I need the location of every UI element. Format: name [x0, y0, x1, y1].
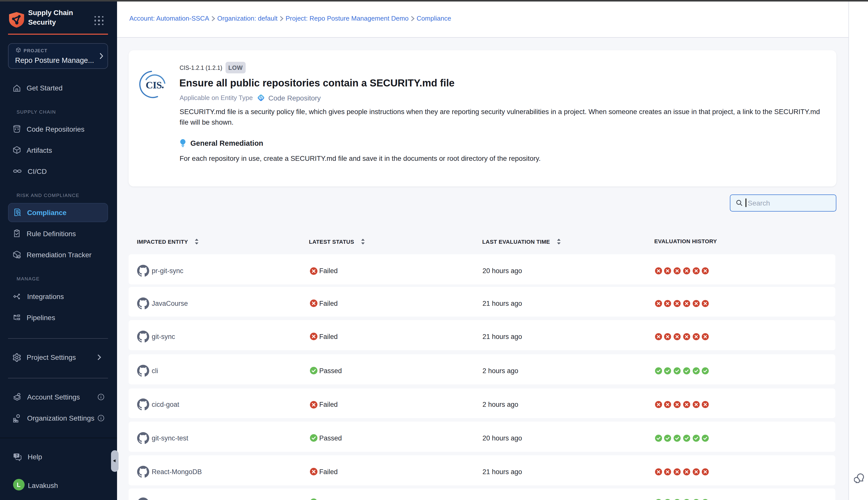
svg-text:CIS: CIS — [146, 79, 162, 90]
svg-text:?: ? — [15, 453, 18, 457]
